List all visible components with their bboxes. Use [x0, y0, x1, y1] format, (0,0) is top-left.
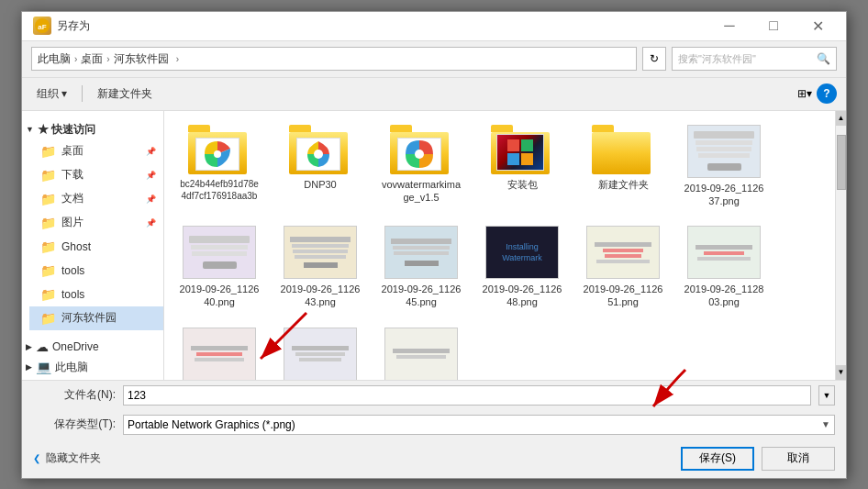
save-button[interactable]: 保存(S)	[681, 447, 754, 471]
list-item[interactable]: 安装包	[476, 120, 568, 213]
svg-text:aF: aF	[38, 23, 46, 31]
search-icon[interactable]: 🔍	[817, 52, 830, 65]
file-name: 2019-09-26_112640.png	[178, 283, 261, 309]
view-toggle-button[interactable]: ⊞▾	[795, 83, 815, 104]
expand-arrow-icon: ▼	[26, 125, 34, 134]
organize-button[interactable]: 组织 ▾	[31, 83, 72, 105]
sidebar-pc-header[interactable]: ▶ 💻 此电脑	[22, 356, 163, 377]
expand-arrow-icon: ▶	[26, 342, 32, 351]
list-item[interactable]: 2019-09-26_112815.png	[173, 323, 265, 380]
breadcrumb[interactable]: 此电脑 › 桌面 › 河东软件园 ›	[31, 47, 637, 71]
list-item[interactable]: 2019-09-26_112637.png	[678, 120, 770, 213]
file-name: 新建文件夹	[598, 178, 649, 191]
sidebar-hedong-label: 河东软件园	[61, 310, 117, 326]
scroll-thumb[interactable]	[837, 135, 846, 190]
list-item[interactable]: 2019-09-26_112803.png	[678, 221, 770, 314]
maximize-button[interactable]: □	[752, 13, 795, 39]
view-controls: ⊞▾ ?	[795, 83, 837, 104]
file-thumbnail	[183, 328, 256, 380]
sidebar-quick-access-content: 📁 桌面 📌 📁 下载 📌 📁 文档 📌 📁 图片 📌	[22, 139, 163, 330]
cancel-button[interactable]: 取消	[762, 447, 835, 471]
list-item[interactable]: 2019-09-26_112xxx.png	[375, 323, 467, 380]
filetype-select[interactable]: Portable Network Graphics (*.png) ▼	[123, 415, 835, 435]
search-box[interactable]: 搜索"河东软件园" 🔍	[672, 47, 837, 71]
scrollbar-vertical: ▲ ▼	[835, 111, 846, 380]
filetype-label: 保存类型(T):	[33, 417, 116, 432]
close-button[interactable]: ✕	[796, 13, 839, 39]
chevron-down-icon: ▼	[823, 391, 831, 400]
folder-icon: 📁	[40, 239, 56, 254]
sidebar-item-pictures[interactable]: 📁 图片 📌	[29, 211, 163, 235]
breadcrumb-sep2: ›	[106, 54, 109, 64]
filename-dropdown-arrow[interactable]: ▼	[818, 385, 835, 406]
folder-icon: 📁	[40, 144, 56, 159]
sidebar-downloads-label: 下载	[61, 167, 83, 183]
list-item[interactable]: DNP30	[274, 120, 366, 213]
sidebar: ▼ ★ 快速访问 📁 桌面 📌 📁 下载 📌 📁 文档 📌	[22, 111, 164, 380]
help-button[interactable]: ?	[817, 83, 837, 104]
breadcrumb-desktop: 桌面	[81, 51, 103, 67]
refresh-button[interactable]: ↻	[642, 47, 666, 71]
filename-input[interactable]	[123, 385, 811, 406]
pin-icon: 📌	[146, 171, 156, 180]
hide-folders-label: 隐藏文件夹	[46, 450, 101, 466]
folder-icon: 📁	[40, 168, 56, 183]
sidebar-onedrive-header[interactable]: ▶ ☁ OneDrive	[22, 336, 163, 356]
folder-icon: 📁	[40, 192, 56, 206]
minimize-button[interactable]: ─	[708, 13, 751, 39]
actions-bar: 组织 ▾ 新建文件夹 ⊞▾ ?	[22, 78, 846, 111]
new-folder-button[interactable]: 新建文件夹	[92, 83, 158, 105]
list-item[interactable]: 2019-09-26_112643.png	[274, 221, 366, 314]
folder-icon: 📁	[40, 287, 56, 302]
search-placeholder: 搜索"河东软件园"	[678, 52, 813, 66]
main-content: ▼ ★ 快速访问 📁 桌面 📌 📁 下载 📌 📁 文档 📌	[22, 111, 846, 380]
file-name: 2019-09-26_112645.png	[380, 283, 462, 309]
toolbar-divider	[82, 85, 83, 102]
filetype-value: Portable Network Graphics (*.png)	[128, 418, 295, 431]
scroll-up-button[interactable]: ▲	[836, 111, 847, 126]
sidebar-quick-access-header[interactable]: ▼ ★ 快速访问	[22, 118, 163, 139]
sidebar-item-tools1[interactable]: 📁 tools	[29, 259, 163, 283]
filename-label: 文件名(N):	[33, 387, 116, 403]
bottom-actions: ❮ 隐藏文件夹 保存(S) 取消	[22, 439, 846, 478]
sidebar-item-ghost[interactable]: 📁 Ghost	[29, 235, 163, 259]
chevron-left-icon: ❮	[33, 453, 40, 463]
file-name: 2019-09-26_112803.png	[683, 283, 765, 309]
bottom-section: 文件名(N): ▼ 保存类型(T): Portable Network Grap…	[22, 380, 846, 478]
dialog-title: 另存为	[57, 18, 90, 34]
content-row: bc24b44efb91d78e4df7cf176918aa3b	[164, 111, 846, 380]
filetype-row: 保存类型(T): Portable Network Graphics (*.pn…	[22, 410, 846, 439]
list-item[interactable]: 新建文件夹	[577, 120, 669, 213]
file-thumbnail	[384, 328, 458, 380]
file-name: 安装包	[507, 178, 538, 191]
file-name: 2019-09-26_112651.png	[582, 283, 664, 309]
file-name: vovwatermarkimage_v1.5	[380, 178, 462, 205]
folder-icon: 📁	[40, 311, 56, 326]
sidebar-desktop-label: 桌面	[61, 143, 83, 159]
list-item[interactable]: 2019-09-26_112651.png	[577, 221, 669, 314]
scroll-down-button[interactable]: ▼	[836, 365, 847, 380]
dialog-icon: aF	[33, 17, 51, 35]
list-item[interactable]: 2019-09-26_112640.png	[173, 221, 265, 314]
sidebar-tools1-label: tools	[61, 264, 84, 277]
file-thumbnail	[687, 226, 761, 279]
sidebar-item-desktop[interactable]: 📁 桌面 📌	[29, 139, 163, 163]
sidebar-item-tools2[interactable]: 📁 tools	[29, 283, 163, 306]
breadcrumb-sep3: ›	[176, 54, 179, 64]
list-item[interactable]: bc24b44efb91d78e4df7cf176918aa3b	[173, 120, 265, 213]
sidebar-item-downloads[interactable]: 📁 下载 📌	[29, 163, 163, 187]
list-item[interactable]: 2019-09-26_112856.png	[274, 323, 366, 380]
file-thumbnail	[284, 328, 357, 380]
expand-arrow-icon: ▶	[26, 362, 32, 372]
filename-row: 文件名(N): ▼	[22, 381, 846, 410]
list-item[interactable]: vovwatermarkimage_v1.5	[375, 120, 467, 213]
sidebar-item-hedong[interactable]: 📁 河东软件园	[29, 306, 163, 330]
hide-folders-control[interactable]: ❮ 隐藏文件夹	[33, 450, 101, 466]
list-item[interactable]: InstallingWatermark 2019-09-26_112648.pn…	[476, 221, 568, 314]
sidebar-tools2-label: tools	[61, 288, 84, 301]
sidebar-item-documents[interactable]: 📁 文档 📌	[29, 187, 163, 211]
list-item[interactable]: 2019-09-26_112645.png	[375, 221, 467, 314]
file-thumbnail	[183, 226, 256, 279]
breadcrumb-pc: 此电脑	[38, 51, 71, 67]
svg-point-3	[314, 150, 323, 159]
